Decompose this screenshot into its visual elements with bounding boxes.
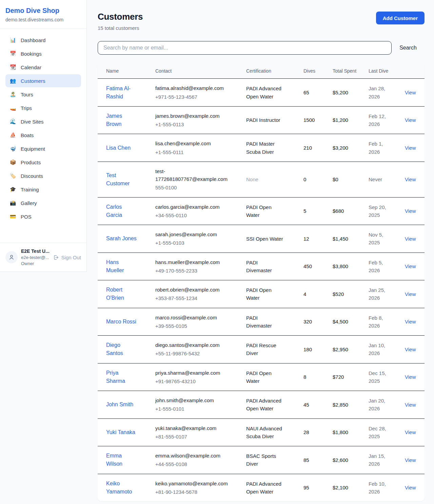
customer-dives: 450 [298,253,327,280]
customer-total-spent: $4,500 [327,308,363,336]
customer-dives: 180 [298,336,327,363]
shop-domain: demo.test.divestreams.com [5,17,81,22]
search-bar: Search [98,41,425,55]
customer-dives: 5 [298,197,327,225]
view-link[interactable]: View [405,291,416,297]
customer-name-link[interactable]: Priya Sharma [106,369,137,385]
view-link[interactable]: View [405,319,416,324]
add-customer-button[interactable]: Add Customer [376,12,425,24]
customer-name-link[interactable]: Test Customer [106,171,137,188]
column-header-last-dive: Last Dive [363,63,399,79]
customer-total-spent: $3,200 [327,134,363,162]
customer-email: keiko.yamamoto@example.com [155,480,235,487]
sidebar-item-trips[interactable]: 🚤 Trips [5,101,81,114]
customer-email: diego.santos@example.com [155,341,235,349]
sidebar-item-boats[interactable]: ⛵ Boats [5,129,81,142]
customer-last-dive: Jan 25, 2026 [363,280,399,308]
sidebar-item-customers[interactable]: 👥 Customers [5,74,81,87]
customer-name-link[interactable]: Carlos Garcia [106,203,137,219]
customer-certification: PADI Open Water [241,197,298,225]
table-row: James Brown james.brown@example.com +1-5… [98,106,425,134]
view-link[interactable]: View [405,117,416,123]
customer-name-link[interactable]: Keiko Yamamoto [106,480,137,496]
sidebar-item-pos[interactable]: 💳 POS [5,210,81,223]
customer-total-spent: $3,800 [327,253,363,280]
customer-total-spent: $680 [327,197,363,225]
customer-last-dive: Feb 10, 2026 [363,474,399,501]
customer-total-spent: $2,600 [327,446,363,474]
customer-phone: +1-555-0101 [155,405,235,413]
sidebar-item-label: Tours [21,92,33,97]
customer-name-link[interactable]: Emma Wilson [106,452,137,468]
customer-name-link[interactable]: James Brown [106,112,137,128]
customer-certification: BSAC Sports Diver [241,446,298,474]
customer-phone: +81-90-1234-5678 [155,488,235,496]
customer-email: fatima.alrashid@example.com [155,84,235,92]
customer-last-dive: Jan 20, 2026 [363,391,399,419]
sidebar-item-label: Discounts [21,173,43,179]
customer-phone: +1-555-0111 [155,148,235,156]
customer-email: sarah.jones@example.com [155,230,235,238]
view-link[interactable]: View [405,485,416,490]
sidebar-item-tours[interactable]: 🏝️ Tours [5,88,81,101]
customer-dives: 28 [298,418,327,446]
view-link[interactable]: View [405,145,416,151]
view-link[interactable]: View [405,90,416,95]
view-link[interactable]: View [405,208,416,214]
customer-email: john.smith@example.com [155,396,235,404]
customer-certification: PADI Advanced Open Water [241,474,298,501]
table-row: Diego Santos diego.santos@example.com +5… [98,336,425,363]
view-link[interactable]: View [405,429,416,435]
customer-name-link[interactable]: Robert O'Brien [106,286,137,302]
customer-dives: 0 [298,162,327,197]
view-link[interactable]: View [405,457,416,463]
sidebar-item-equipment[interactable]: 🤿 Equipment [5,142,81,155]
customer-name-link[interactable]: Marco Rossi [106,318,136,326]
customer-phone: +44-555-0108 [155,460,235,468]
customer-name-link[interactable]: Sarah Jones [106,235,137,243]
customer-phone: +49-170-555-2233 [155,267,235,275]
search-button[interactable]: Search [392,45,425,51]
customer-certification: None [241,162,298,197]
customer-name-link[interactable]: Lisa Chen [106,144,131,152]
customer-count: 15 total customers [98,25,143,31]
view-link[interactable]: View [405,347,416,352]
customer-name-link[interactable]: Fatima Al-Rashid [106,85,137,101]
view-link[interactable]: View [405,374,416,380]
sidebar-item-training[interactable]: 🎓 Training [5,183,81,196]
customer-name-link[interactable]: Yuki Tanaka [106,428,135,436]
sidebar-item-dashboard[interactable]: 📊 Dashboard [5,34,81,46]
table-row: Lisa Chen lisa.chen@example.com +1-555-0… [98,134,425,162]
sidebar-item-discounts[interactable]: 🏷️ Discounts [5,169,81,182]
search-input[interactable] [98,41,392,55]
customer-name-link[interactable]: Hans Mueller [106,258,137,275]
view-link[interactable]: View [405,263,416,269]
customer-name-link[interactable]: John Smith [106,400,133,409]
customer-email: robert.obrien@example.com [155,286,235,294]
sidebar-item-dive-sites[interactable]: 🌊 Dive Sites [5,115,81,128]
sidebar-item-gallery[interactable]: 📸 Gallery [5,197,81,209]
customer-name-link[interactable]: Diego Santos [106,341,137,357]
pos-icon: 💳 [9,213,16,220]
view-link[interactable]: View [405,402,416,408]
table-row: Keiko Yamamoto keiko.yamamoto@example.co… [98,474,425,501]
sign-out-icon [53,255,59,260]
sidebar-nav: 📊 Dashboard 📅 Bookings 📆 Calendar 👥 Cust… [0,29,86,243]
view-link[interactable]: View [405,176,416,182]
sign-out-button[interactable]: Sign Out [53,255,81,260]
customer-email: lisa.chen@example.com [155,139,235,147]
sidebar-item-calendar[interactable]: 📆 Calendar [5,61,81,74]
customer-certification: PADI Divemaster [241,308,298,336]
customer-last-dive: Jan 28, 2026 [363,79,399,107]
sidebar-item-bookings[interactable]: 📅 Bookings [5,47,81,60]
customers-icon: 👥 [9,78,16,84]
column-header-contact: Contact [150,63,241,79]
customer-last-dive: Feb 12, 2026 [363,106,399,134]
view-link[interactable]: View [405,236,416,242]
user-info: E2E Test U... e2e-tester@... Owner [21,248,50,266]
customer-dives: 95 [298,474,327,501]
gallery-icon: 📸 [9,200,16,206]
sidebar-item-products[interactable]: 📦 Products [5,156,81,169]
customer-last-dive: Never [363,162,399,197]
trips-icon: 🚤 [9,105,16,111]
